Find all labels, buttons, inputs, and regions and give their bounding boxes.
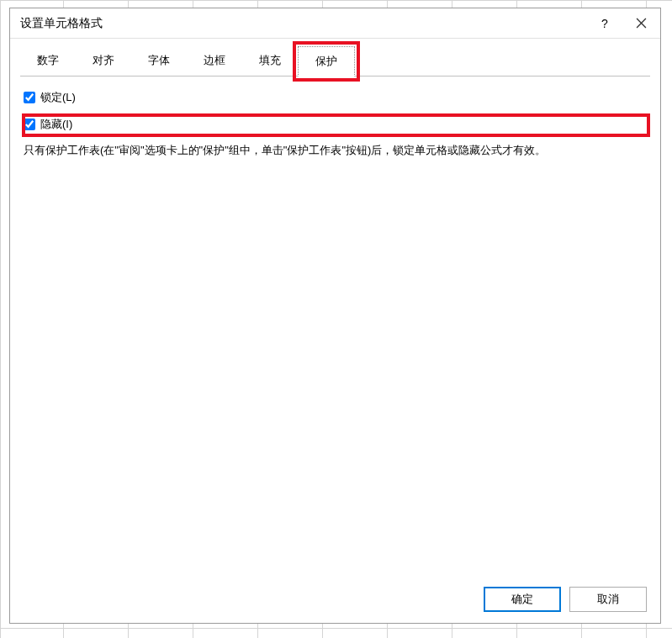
tabs-area: 数字 对齐 字体 边框 填充 保护 — [10, 39, 660, 76]
help-button[interactable]: ? — [588, 8, 622, 39]
format-cells-dialog: 设置单元格格式 ? 数字 对齐 字体 边框 填充 保护 锁定(L) 隐藏(I) — [9, 8, 661, 624]
close-button[interactable] — [622, 8, 660, 39]
hidden-checkbox[interactable] — [24, 119, 35, 130]
tab-content-protection: 锁定(L) 隐藏(I) 只有保护工作表(在"审阅"选项卡上的"保护"组中，单击"… — [10, 76, 660, 576]
tab-protection[interactable]: 保护 — [298, 46, 355, 76]
locked-checkbox[interactable] — [24, 92, 35, 103]
cancel-button[interactable]: 取消 — [569, 587, 647, 612]
locked-checkbox-label[interactable]: 锁定(L) — [40, 90, 76, 105]
tab-alignment[interactable]: 对齐 — [76, 46, 131, 76]
ok-button[interactable]: 确定 — [484, 587, 561, 612]
dialog-titlebar: 设置单元格格式 ? — [10, 8, 660, 39]
tab-number[interactable]: 数字 — [20, 46, 76, 76]
tab-border[interactable]: 边框 — [187, 46, 242, 76]
hidden-checkbox-label[interactable]: 隐藏(I) — [40, 117, 72, 132]
button-bar: 确定 取消 — [10, 576, 660, 623]
dialog-title: 设置单元格格式 — [20, 16, 588, 31]
hidden-checkbox-row: 隐藏(I) — [24, 115, 647, 134]
tab-font[interactable]: 字体 — [131, 46, 187, 76]
tab-fill[interactable]: 填充 — [242, 46, 298, 76]
tab-strip: 数字 对齐 字体 边框 填充 保护 — [20, 45, 650, 76]
locked-checkbox-row: 锁定(L) — [24, 88, 647, 107]
close-icon — [636, 18, 647, 29]
protection-info-text: 只有保护工作表(在"审阅"选项卡上的"保护"组中，单击"保护工作表"按钮)后，锁… — [24, 142, 647, 160]
